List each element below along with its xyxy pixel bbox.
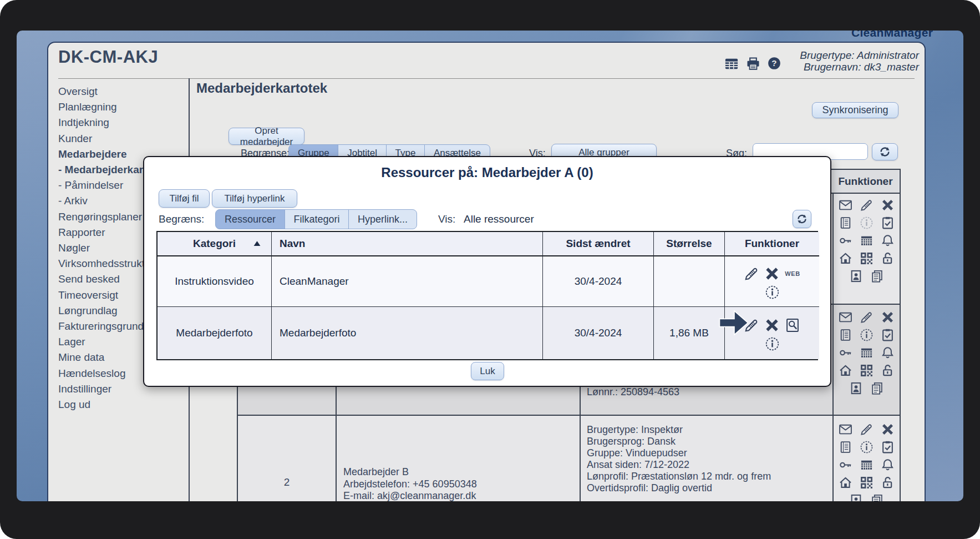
qr-code-icon[interactable] bbox=[860, 364, 874, 377]
address-icon[interactable] bbox=[839, 476, 852, 490]
add-file-button[interactable]: Tilføj fil bbox=[159, 189, 210, 208]
lock-icon[interactable] bbox=[881, 364, 895, 377]
web-link[interactable]: WEB bbox=[785, 270, 800, 277]
column-header[interactable]: Navn bbox=[272, 232, 543, 256]
segment-button[interactable]: Hyperlink... bbox=[348, 209, 417, 229]
funktioner-icon-row bbox=[835, 440, 897, 454]
help-icon[interactable] bbox=[767, 56, 781, 70]
add-hyperlink-button[interactable]: Tilføj hyperlink bbox=[212, 189, 297, 208]
delete-icon[interactable] bbox=[764, 266, 780, 281]
photo-icon[interactable] bbox=[849, 381, 863, 395]
funktioner-block bbox=[835, 198, 897, 283]
sidebar-item[interactable]: Log ud bbox=[58, 397, 189, 412]
table-cell: WEB bbox=[725, 256, 819, 307]
sidebar-item[interactable]: Oversigt bbox=[58, 84, 189, 99]
info-icon[interactable] bbox=[860, 440, 874, 454]
edit-icon[interactable] bbox=[860, 198, 874, 212]
calendar-icon[interactable] bbox=[860, 458, 874, 472]
refresh-button[interactable] bbox=[872, 143, 898, 160]
funktioner-header: Funktioner bbox=[832, 170, 898, 193]
funktioner-icon-row bbox=[835, 310, 897, 324]
photo-icon[interactable] bbox=[849, 493, 863, 501]
documents-icon[interactable] bbox=[870, 493, 884, 501]
user-type: Brugertype: Administrator bbox=[800, 49, 919, 61]
tasks-icon[interactable] bbox=[881, 440, 895, 454]
delete-icon[interactable] bbox=[881, 310, 895, 324]
qr-code-icon[interactable] bbox=[860, 476, 874, 490]
sidebar-item[interactable]: Planlægning bbox=[58, 99, 189, 115]
table-grid-icon[interactable] bbox=[724, 56, 739, 72]
synchronize-button[interactable]: Synkronisering bbox=[812, 102, 898, 118]
funktioner-block bbox=[835, 422, 897, 501]
delete-icon[interactable] bbox=[881, 198, 895, 212]
column-header[interactable]: Sidst ændret bbox=[543, 232, 654, 256]
funktioner-icon-row bbox=[835, 328, 897, 342]
keys-icon[interactable] bbox=[839, 234, 852, 248]
segment-button[interactable]: Ressourcer bbox=[215, 209, 285, 229]
refresh-icon bbox=[879, 146, 891, 158]
send-message-icon[interactable] bbox=[839, 422, 852, 436]
funktioner-icon-row bbox=[835, 234, 897, 248]
funktioner-icon-row bbox=[835, 364, 897, 377]
photo-icon[interactable] bbox=[849, 269, 863, 283]
table-cell: 30/4-2024 bbox=[543, 256, 654, 307]
send-message-icon[interactable] bbox=[839, 198, 852, 212]
log-icon[interactable] bbox=[839, 440, 852, 454]
calendar-icon[interactable] bbox=[860, 346, 874, 360]
contact-line: Medarbejder B bbox=[343, 466, 477, 478]
send-message-icon[interactable] bbox=[839, 310, 852, 324]
refresh-icon bbox=[796, 213, 808, 225]
edit-icon[interactable] bbox=[744, 266, 759, 281]
lock-icon[interactable] bbox=[881, 251, 895, 265]
info-icon[interactable] bbox=[765, 285, 780, 300]
keys-icon[interactable] bbox=[839, 458, 852, 472]
sidebar-item[interactable]: Kunder bbox=[58, 131, 189, 147]
table-cell bbox=[654, 256, 725, 307]
contact-line: E-mail: akj@cleanmanager.dk bbox=[343, 490, 477, 501]
info-icon[interactable] bbox=[765, 336, 780, 351]
column-header[interactable]: Kategori bbox=[158, 232, 272, 256]
tasks-icon[interactable] bbox=[881, 216, 895, 230]
log-icon[interactable] bbox=[839, 216, 852, 230]
sort-asc-icon[interactable] bbox=[252, 239, 262, 249]
preview-icon[interactable] bbox=[785, 318, 800, 333]
salary-number-text: Lønnr.: 250894-4563 bbox=[587, 386, 679, 398]
resource-type-segments: RessourcerFilkategoriHyperlink... bbox=[215, 209, 417, 229]
info-icon[interactable] bbox=[860, 328, 874, 342]
calendar-icon[interactable] bbox=[860, 234, 874, 248]
reminder-icon[interactable] bbox=[881, 234, 895, 248]
column-divider bbox=[832, 170, 834, 501]
reminder-icon[interactable] bbox=[881, 346, 895, 360]
table-cell: 30/4-2024 bbox=[543, 307, 654, 359]
close-button[interactable]: Luk bbox=[471, 362, 504, 380]
refresh-button[interactable] bbox=[793, 210, 811, 228]
address-icon[interactable] bbox=[839, 251, 852, 265]
log-icon[interactable] bbox=[839, 328, 852, 342]
funktioner-icon-row bbox=[835, 422, 897, 436]
delete-icon[interactable] bbox=[764, 318, 780, 333]
info-icon[interactable] bbox=[860, 216, 874, 230]
desktop-background: CleanManager DK-CM-AKJ Brugertype: Admin… bbox=[17, 31, 963, 501]
documents-icon[interactable] bbox=[870, 269, 884, 283]
view-value[interactable]: Alle ressourcer bbox=[464, 213, 534, 225]
tasks-icon[interactable] bbox=[881, 328, 895, 342]
column-header[interactable]: Funktioner bbox=[725, 232, 819, 256]
create-employee-button[interactable]: Opret medarbejder bbox=[229, 128, 304, 145]
lock-icon[interactable] bbox=[881, 476, 895, 490]
address-icon[interactable] bbox=[839, 364, 852, 377]
edit-icon[interactable] bbox=[860, 422, 874, 436]
keys-icon[interactable] bbox=[839, 346, 852, 360]
reminder-icon[interactable] bbox=[881, 458, 895, 472]
cleanmanager-logo: CleanManager bbox=[851, 31, 933, 39]
column-header[interactable]: Størrelse bbox=[654, 232, 725, 256]
documents-icon[interactable] bbox=[870, 381, 884, 395]
qr-code-icon[interactable] bbox=[860, 251, 874, 265]
printer-icon[interactable] bbox=[745, 56, 761, 72]
limit-label: Begræns: bbox=[159, 213, 204, 225]
funktioner-icon-row bbox=[835, 381, 897, 395]
edit-icon[interactable] bbox=[860, 310, 874, 324]
delete-icon[interactable] bbox=[881, 422, 895, 436]
table-cell: CleanManager bbox=[272, 256, 543, 307]
segment-button[interactable]: Filkategori bbox=[285, 209, 349, 229]
sidebar-item[interactable]: Indtjekning bbox=[58, 115, 189, 130]
